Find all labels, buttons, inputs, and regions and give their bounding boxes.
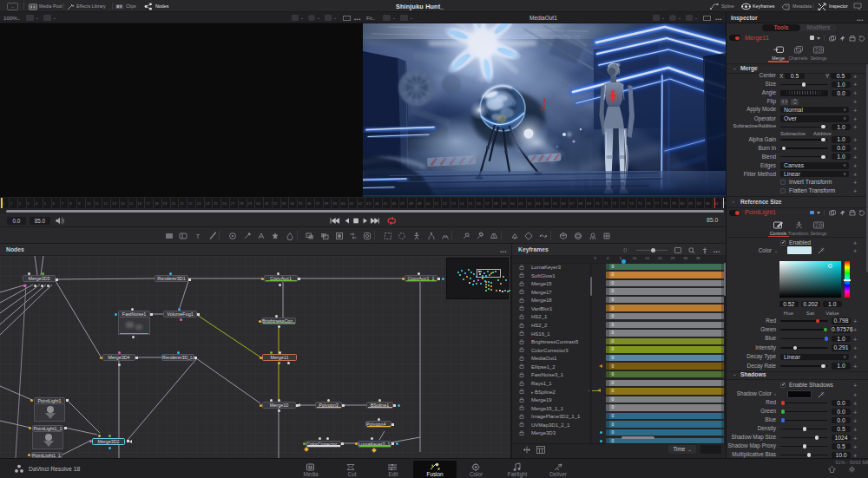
svg-text:T: T <box>196 232 201 240</box>
